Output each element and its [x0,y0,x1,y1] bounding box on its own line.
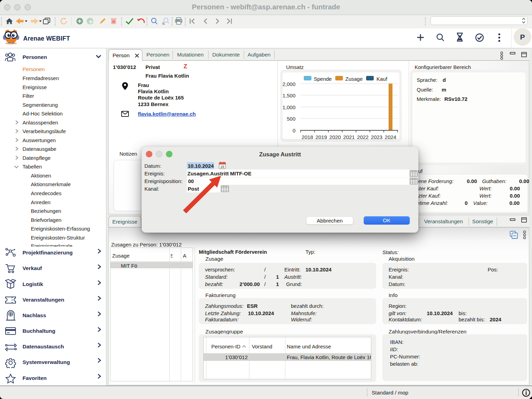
svg-text:15: 15 [221,165,224,168]
